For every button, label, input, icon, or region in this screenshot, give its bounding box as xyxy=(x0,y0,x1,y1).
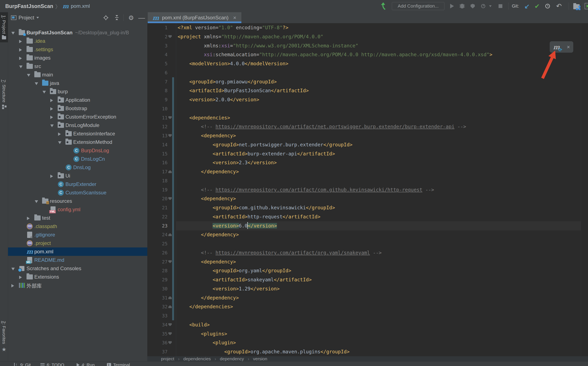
tree-item-README.md[interactable]: MDREADME.md xyxy=(8,256,147,264)
stripe-button-project[interactable]: 1: Project xyxy=(0,12,8,42)
editor-line-25[interactable] xyxy=(147,239,581,248)
editor-line-5[interactable]: <modelVersion>4.0.0</modelVersion> xyxy=(147,59,581,68)
editor-line-24[interactable]: </dependency> xyxy=(147,230,581,239)
editor-line-2[interactable]: <project xmlns="http://maven.apache.org/… xyxy=(147,32,581,41)
tree-item-.gitignore[interactable]: ⊘.gitignore xyxy=(8,231,147,239)
editor-line-4[interactable]: xsi:schemaLocation="http://maven.apache.… xyxy=(147,50,581,59)
editor-line-18[interactable] xyxy=(147,176,581,185)
tree-item-.idea[interactable]: .idea xyxy=(8,37,147,45)
chevron-right-icon[interactable] xyxy=(19,40,22,43)
breadcrumb-item-dependency[interactable]: dependency xyxy=(220,356,244,361)
chevron-right-icon[interactable] xyxy=(50,107,53,111)
editor-line-33[interactable] xyxy=(147,311,581,320)
breadcrumb-item-dependencies[interactable]: dependencies xyxy=(183,356,211,361)
editor-line-12[interactable]: <!-- https://mvnrepository.com/artifact/… xyxy=(147,122,581,131)
editor-line-16[interactable]: <version>2.3</version> xyxy=(147,158,581,167)
tree-item-burp[interactable]: burp xyxy=(8,87,147,96)
chevron-down-icon[interactable] xyxy=(11,32,15,35)
editor-line-1[interactable]: <?xml version="1.0" encoding="UTF-8"?> xyxy=(147,23,581,32)
editor-line-9[interactable]: <version>2.0.0</version> xyxy=(147,95,581,104)
editor-line-11[interactable]: <dependencies> xyxy=(147,113,581,122)
tree-item-images[interactable]: images xyxy=(8,54,147,62)
tree-item-CustomErrorException[interactable]: CustomErrorException xyxy=(8,113,147,121)
add-configuration-button[interactable]: Add Configuration... xyxy=(392,2,445,10)
editor-line-29[interactable]: <artifactId>snakeyaml</artifactId> xyxy=(147,275,581,284)
tree-item-Extensions[interactable]: Extensions xyxy=(8,273,147,281)
tab-close-icon[interactable]: × xyxy=(233,15,236,21)
hide-toolbar-arrow-icon[interactable] xyxy=(379,0,388,12)
history-clock-icon[interactable] xyxy=(543,0,552,12)
editor-line-30[interactable]: <version>1.29</version> xyxy=(147,284,581,293)
tree-item-Application[interactable]: Application xyxy=(8,96,147,104)
chevron-down-icon[interactable] xyxy=(50,124,54,127)
chevron-down-icon[interactable] xyxy=(35,200,38,203)
project-view-selector[interactable]: Project xyxy=(11,12,39,23)
tree-item-java[interactable]: java xyxy=(8,79,147,87)
chevron-down-icon[interactable] xyxy=(27,74,30,77)
tree-item-DnsLogCn[interactable]: CDnsLogCn xyxy=(8,155,147,163)
chevron-right-icon[interactable] xyxy=(11,284,14,288)
tree-item-BurpFastJsonScan[interactable]: BurpFastJsonScan~/Desktop/java_plug-in/B xyxy=(8,28,147,37)
tree-item-Scratches and Consoles[interactable]: Scratches and Consoles xyxy=(8,264,147,273)
profiler-button-icon[interactable] xyxy=(479,0,487,12)
stripe-button-favorites[interactable]: 2: Favorites ★ xyxy=(0,321,8,353)
tree-item-ExtensionMethod[interactable]: ExtensionMethod xyxy=(8,138,147,146)
chevron-down-icon[interactable] xyxy=(58,141,61,144)
editor-line-37[interactable]: <groupId>org.apache.maven.plugins</group… xyxy=(147,347,581,356)
gear-icon[interactable]: ⚙ xyxy=(127,12,135,23)
tree-item-pom.xml[interactable]: mpom.xml xyxy=(8,247,147,256)
tree-item-.classpath[interactable]: .classpath xyxy=(8,222,147,231)
coverage-button-icon[interactable] xyxy=(469,0,477,12)
editor-line-13[interactable]: <dependency> xyxy=(147,131,581,140)
editor-line-31[interactable]: </dependency> xyxy=(147,293,581,302)
chevron-down-icon[interactable] xyxy=(35,82,38,85)
editor-line-28[interactable]: <groupId>org.yaml</groupId> xyxy=(147,266,581,275)
editor-line-21[interactable]: <groupId>com.github.kevinsawicki</groupI… xyxy=(147,203,581,212)
edge-run-icon[interactable] xyxy=(585,3,588,9)
tree-item-main[interactable]: main xyxy=(8,70,147,79)
git-update-icon[interactable]: ↙ xyxy=(523,0,531,12)
rollback-icon[interactable]: ↶ xyxy=(554,0,564,12)
statusbar-button-6-TODO[interactable]: 6: TODO xyxy=(40,362,64,366)
git-commit-icon[interactable]: ✔ xyxy=(533,0,541,12)
tree-item-DnsLog[interactable]: CDnsLog xyxy=(8,163,147,172)
stripe-button-structure[interactable]: 7: Structure xyxy=(0,80,8,108)
hide-panel-minus-icon[interactable]: — xyxy=(138,12,145,23)
editor-line-6[interactable] xyxy=(147,68,581,77)
chevron-right-icon[interactable] xyxy=(50,175,53,178)
debug-button-icon[interactable] xyxy=(458,0,466,12)
editor-line-36[interactable]: <plugin> xyxy=(147,338,581,347)
statusbar-button-4-Run[interactable]: 4: Run xyxy=(77,362,95,366)
chevron-right-icon[interactable] xyxy=(50,99,53,102)
editor-line-22[interactable]: <artifactId>http-request</artifactId> xyxy=(147,212,581,221)
tree-item-ExtensionInterface[interactable]: ExtensionInterface xyxy=(8,130,147,138)
statusbar-button-9-Git[interactable]: 9: Git xyxy=(14,362,31,366)
editor-line-20[interactable]: <dependency> xyxy=(147,194,581,203)
tree-item-BurpExtender[interactable]: CBurpExtender xyxy=(8,180,147,189)
tree-item-DnsLogModule[interactable]: DnsLogModule xyxy=(8,121,147,130)
breadcrumb-item-version[interactable]: version xyxy=(253,356,267,361)
chevron-right-icon[interactable] xyxy=(19,276,22,279)
editor-line-19[interactable]: <!-- https://mvnrepository.com/artifact/… xyxy=(147,185,581,194)
statusbar-button-Terminal[interactable]: Terminal xyxy=(107,362,130,366)
chevron-down-icon[interactable] xyxy=(19,66,22,68)
maven-reload-icon[interactable]: m xyxy=(553,43,560,51)
widget-close-icon[interactable]: × xyxy=(567,44,570,50)
tree-item-.settings[interactable]: .settings xyxy=(8,45,147,54)
editor-line-3[interactable]: xmlns:xsi="http://www.w3.org/2001/XMLSch… xyxy=(147,41,581,50)
chevron-right-icon[interactable] xyxy=(50,116,53,119)
editor-line-10[interactable] xyxy=(147,104,581,113)
stop-button-icon[interactable] xyxy=(496,0,505,12)
editor-line-14[interactable]: <groupId>net.portswigger.burp.extender</… xyxy=(147,140,581,149)
editor-line-8[interactable]: <artifactId>BurpFastJsonScan</artifactId… xyxy=(147,86,581,95)
editor-line-32[interactable]: </dependencies> xyxy=(147,302,581,311)
tree-item-外部库[interactable]: 外部库 xyxy=(8,281,147,290)
tree-item-test[interactable]: test xyxy=(8,214,147,222)
editor-line-7[interactable]: <groupId>org.pmiaowu</groupId> xyxy=(147,77,581,86)
chevron-right-icon[interactable] xyxy=(19,48,22,52)
maven-reload-widget[interactable]: m × xyxy=(550,41,573,53)
locate-file-icon[interactable] xyxy=(103,12,109,23)
breadcrumb-item-project[interactable]: project xyxy=(161,356,174,361)
tree-item-Bootstrap[interactable]: Bootstrap xyxy=(8,104,147,113)
editor-line-27[interactable]: <dependency> xyxy=(147,257,581,267)
